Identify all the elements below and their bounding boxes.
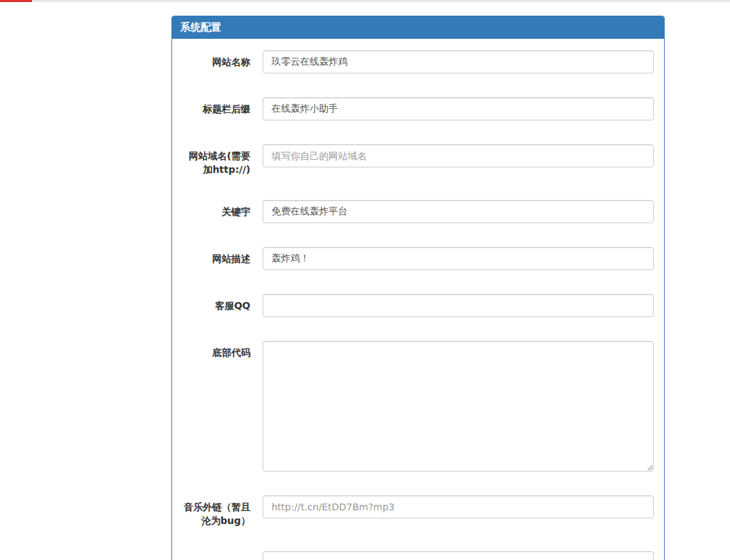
form-field-row: 音乐外链（暂且沦为bug） xyxy=(182,495,654,527)
field-input-wrapper xyxy=(263,551,654,560)
field-label: 客服QQ xyxy=(182,294,250,312)
field-label: 网站描述 xyxy=(182,247,250,265)
field-input-wrapper xyxy=(263,341,654,472)
field-label: 底部代码 xyxy=(182,341,250,359)
field-input-wrapper xyxy=(263,200,654,223)
text-input[interactable] xyxy=(263,551,654,560)
field-label: 网站域名(需要加http://) xyxy=(182,144,250,176)
form-field-row: 网站名称 xyxy=(182,50,654,73)
form-field-row: 网站描述 xyxy=(182,247,654,270)
text-input[interactable] xyxy=(263,144,654,167)
field-label: 网站名称 xyxy=(182,50,250,69)
form-field-row: 标题栏后缀 xyxy=(182,97,654,120)
form-field-row: 关键宇 xyxy=(182,200,654,223)
system-config-panel: 系统配置 网站名称 标题栏后缀 网站域名(需要加http://) 关键宇 网站描… xyxy=(171,16,665,560)
form-field-row: 底部代码 xyxy=(182,341,654,472)
form-field-row: 网站域名(需要加http://) xyxy=(182,144,654,176)
field-label: 标题栏后缀 xyxy=(182,97,250,116)
form-field-row xyxy=(182,551,654,560)
field-input-wrapper xyxy=(263,247,654,270)
field-input-wrapper xyxy=(263,495,654,518)
field-label: 音乐外链（暂且沦为bug） xyxy=(182,495,250,527)
field-input-wrapper xyxy=(263,144,654,167)
text-input[interactable] xyxy=(263,495,654,518)
text-input[interactable] xyxy=(263,97,654,120)
field-input-wrapper xyxy=(263,50,654,73)
field-label xyxy=(182,551,250,556)
panel-title: 系统配置 xyxy=(180,21,221,33)
form-field-row: 客服QQ xyxy=(182,294,654,317)
text-input[interactable] xyxy=(263,200,654,223)
text-input[interactable] xyxy=(263,294,654,317)
panel-header: 系统配置 xyxy=(172,16,664,39)
field-input-wrapper xyxy=(263,294,654,317)
text-input[interactable] xyxy=(263,247,654,270)
text-input[interactable] xyxy=(263,50,654,73)
footer-code-textarea[interactable] xyxy=(263,341,654,472)
field-input-wrapper xyxy=(263,97,654,120)
panel-body: 网站名称 标题栏后缀 网站域名(需要加http://) 关键宇 网站描述 客服Q… xyxy=(172,39,664,560)
field-label: 关键宇 xyxy=(182,200,250,218)
loading-progress-bar xyxy=(0,0,32,2)
top-divider-line xyxy=(0,0,730,2)
